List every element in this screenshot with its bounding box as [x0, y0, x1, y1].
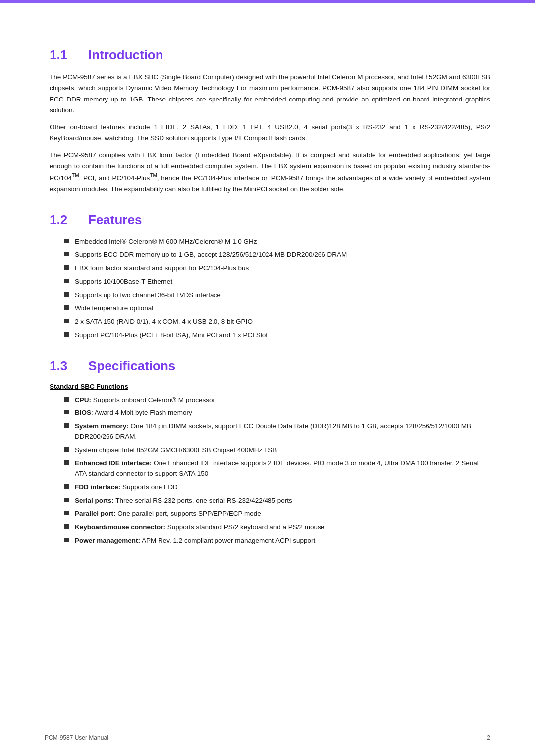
list-item: Keyboard/mouse connector: Supports stand…: [64, 522, 490, 533]
spec-text: Power management: APM Rev. 1.2 compliant…: [75, 536, 490, 546]
list-item: Embedded Intel® Celeron® M 600 MHz/Celer…: [64, 237, 490, 247]
bullet-icon: [64, 239, 69, 243]
list-item: CPU: Supports onboard Celeron® M process…: [64, 395, 490, 405]
list-item: Supports 10/100Base-T Ethernet: [64, 277, 490, 287]
footer-page-number: 2: [487, 734, 490, 741]
bullet-icon: [64, 460, 69, 465]
list-item: Enhanced IDE interface: One Enhanced IDE…: [64, 458, 490, 479]
list-item: System memory: One 184 pin DIMM sockets,…: [64, 421, 490, 442]
section-1-2-number: 1.2: [50, 212, 79, 228]
bullet-icon: [64, 524, 69, 529]
spec-text: Keyboard/mouse connector: Supports stand…: [75, 522, 490, 533]
list-item: Serial ports: Three serial RS-232 ports,…: [64, 496, 490, 506]
spec-text: Parallel port: One parallel port, suppor…: [75, 509, 490, 519]
spec-text: Enhanced IDE interface: One Enhanced IDE…: [75, 458, 490, 479]
list-item: FDD interface: Supports one FDD: [64, 482, 490, 493]
section-1-1-content: The PCM-9587 series is a EBX SBC (Single…: [50, 72, 490, 195]
list-item: Supports ECC DDR memory up to 1 GB, acce…: [64, 250, 490, 260]
bullet-icon: [64, 447, 69, 452]
spec-text: CPU: Supports onboard Celeron® M process…: [75, 395, 490, 405]
intro-paragraph-1: The PCM-9587 series is a EBX SBC (Single…: [50, 72, 490, 116]
section-1-3-title: Specifications: [88, 358, 175, 374]
bullet-icon: [64, 319, 69, 323]
feature-text: Supports 10/100Base-T Ethernet: [75, 277, 172, 287]
feature-text: 2 x SATA 150 (RAID 0/1), 4 x COM, 4 x US…: [75, 317, 253, 327]
list-item: Wide temperature optional: [64, 303, 490, 314]
bullet-icon: [64, 538, 69, 542]
specs-list: CPU: Supports onboard Celeron® M process…: [64, 395, 490, 546]
section-1-3-heading: 1.3 Specifications: [50, 358, 490, 374]
bullet-icon: [64, 332, 69, 337]
list-item: EBX form factor standard and support for…: [64, 263, 490, 274]
subsection-heading-sbc: Standard SBC Functions: [50, 383, 490, 390]
spec-text: BIOS: Award 4 Mbit byte Flash memory: [75, 408, 490, 418]
feature-text: EBX form factor standard and support for…: [75, 263, 249, 274]
list-item: 2 x SATA 150 (RAID 0/1), 4 x COM, 4 x US…: [64, 317, 490, 327]
bullet-icon: [64, 498, 69, 502]
bullet-icon: [64, 484, 69, 489]
spec-text: Serial ports: Three serial RS-232 ports,…: [75, 496, 490, 506]
feature-text: Supports ECC DDR memory up to 1 GB, acce…: [75, 250, 347, 260]
top-border-decoration: [0, 0, 535, 3]
feature-text: Wide temperature optional: [75, 303, 153, 314]
intro-paragraph-3: The PCM-9587 complies with EBX form fact…: [50, 150, 490, 195]
section-1-1-heading: 1.1 Introduction: [50, 48, 490, 63]
bullet-icon: [64, 410, 69, 414]
bullet-icon: [64, 265, 69, 270]
bullet-icon: [64, 279, 69, 283]
feature-text: Supports up to two channel 36-bit LVDS i…: [75, 290, 221, 301]
bullet-icon: [64, 397, 69, 402]
section-1-3-content: Standard SBC Functions CPU: Supports onb…: [50, 383, 490, 546]
section-1-2-heading: 1.2 Features: [50, 212, 490, 228]
bullet-icon: [64, 305, 69, 310]
section-1-3-number: 1.3: [50, 358, 79, 374]
list-item: Support PC/104-Plus (PCI + 8-bit ISA), M…: [64, 330, 490, 341]
bullet-icon: [64, 292, 69, 297]
list-item: Power management: APM Rev. 1.2 compliant…: [64, 536, 490, 546]
section-1-1-title: Introduction: [88, 48, 163, 63]
intro-paragraph-2: Other on-board features include 1 EIDE, …: [50, 122, 490, 144]
page: 1.1 Introduction The PCM-9587 series is …: [0, 0, 535, 756]
spec-text: System chipset:Intel 852GM GMCH/6300ESB …: [75, 445, 490, 455]
footer-manual-name: PCM-9587 User Manual: [45, 734, 108, 741]
section-1-2-title: Features: [88, 212, 142, 228]
bullet-icon: [64, 252, 69, 256]
feature-text: Embedded Intel® Celeron® M 600 MHz/Celer…: [75, 237, 257, 247]
list-item: System chipset:Intel 852GM GMCH/6300ESB …: [64, 445, 490, 455]
features-list: Embedded Intel® Celeron® M 600 MHz/Celer…: [64, 237, 490, 340]
bullet-icon: [64, 423, 69, 428]
feature-text: Support PC/104-Plus (PCI + 8-bit ISA), M…: [75, 330, 268, 341]
spec-text: System memory: One 184 pin DIMM sockets,…: [75, 421, 490, 442]
section-1-1-number: 1.1: [50, 48, 79, 63]
bullet-icon: [64, 511, 69, 515]
spec-text: FDD interface: Supports one FDD: [75, 482, 490, 493]
section-1-2-content: Embedded Intel® Celeron® M 600 MHz/Celer…: [50, 237, 490, 340]
page-footer: PCM-9587 User Manual 2: [45, 730, 490, 741]
list-item: Supports up to two channel 36-bit LVDS i…: [64, 290, 490, 301]
list-item: BIOS: Award 4 Mbit byte Flash memory: [64, 408, 490, 418]
list-item: Parallel port: One parallel port, suppor…: [64, 509, 490, 519]
